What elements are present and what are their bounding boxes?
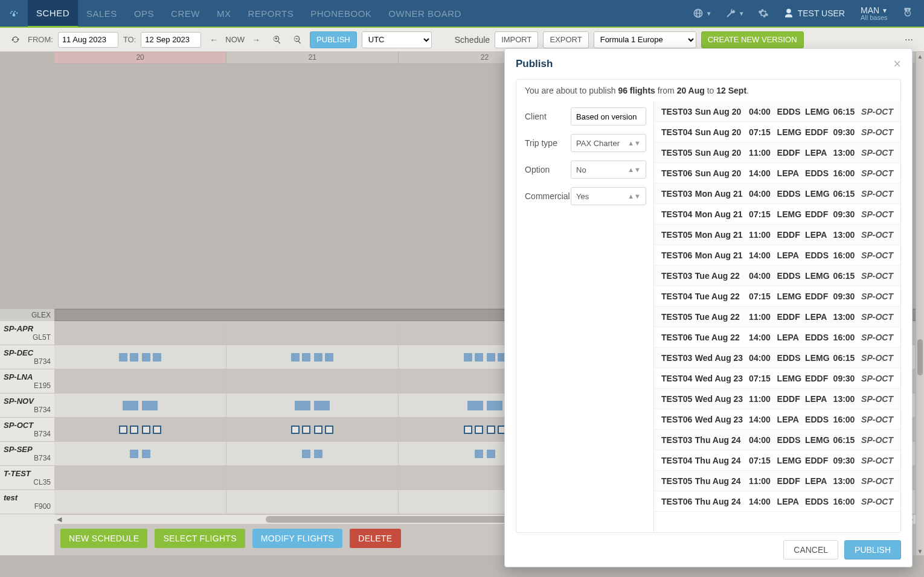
trip-type-select[interactable]: PAX Charter▲▼: [571, 134, 646, 152]
flight-row[interactable]: TEST06Sun Aug 2014:00LEPAEDDS16:00SP-OCT: [654, 163, 900, 183]
delete-button[interactable]: DELETE: [350, 529, 400, 548]
nav-tab-ops[interactable]: OPS: [126, 0, 162, 27]
from-date-input[interactable]: [58, 32, 118, 48]
flight-row[interactable]: TEST03Thu Aug 2404:00EDDSLEMG06:15SP-OCT: [654, 430, 900, 450]
schedule-cell[interactable]: [54, 466, 226, 489]
export-button[interactable]: EXPORT: [543, 31, 588, 48]
aircraft-row-header[interactable]: SP-LNAE195: [0, 369, 54, 394]
settings-icon[interactable]: [753, 4, 774, 22]
user-label: TEST USER: [798, 8, 845, 18]
vertical-scrollbar[interactable]: ▲ ▼: [916, 52, 924, 555]
schedule-cell[interactable]: [226, 490, 399, 514]
import-button[interactable]: IMPORT: [495, 31, 538, 48]
modify-flights-button[interactable]: MODIFY FLIGHTS: [252, 529, 342, 548]
publish-button[interactable]: PUBLISH: [310, 31, 357, 48]
logo-icon[interactable]: [0, 0, 28, 27]
more-menu-icon[interactable]: ⋯: [901, 32, 917, 48]
flight-row[interactable]: TEST05Thu Aug 2411:00EDDFLEPA13:00SP-OCT: [654, 471, 900, 491]
flight-row[interactable]: TEST03Mon Aug 2104:00EDDSLEMG06:15SP-OCT: [654, 183, 900, 204]
zoom-out-icon[interactable]: [289, 32, 305, 48]
refresh-icon[interactable]: [7, 32, 23, 48]
aircraft-row-header[interactable]: SP-NOVB734: [0, 394, 54, 418]
version-select[interactable]: Formula 1 Europe: [594, 31, 696, 48]
option-select[interactable]: No▲▼: [571, 161, 646, 179]
flight-row[interactable]: TEST04Mon Aug 2107:15LEMGEDDF09:30SP-OCT: [654, 204, 900, 225]
nav-tab-owner-board[interactable]: OWNER BOARD: [380, 0, 470, 27]
globe-icon[interactable]: ▼: [688, 4, 717, 22]
flight-row[interactable]: TEST04Tue Aug 2207:15LEMGEDDF09:30SP-OCT: [654, 286, 900, 307]
power-icon[interactable]: [897, 4, 918, 22]
to-date-input[interactable]: [141, 32, 201, 48]
modal-publish-button[interactable]: PUBLISH: [844, 540, 901, 559]
flight-row[interactable]: TEST06Tue Aug 2214:00LEPAEDDS16:00SP-OCT: [654, 327, 900, 348]
flight-row[interactable]: TEST06Wed Aug 2314:00LEPAEDDS16:00SP-OCT: [654, 409, 900, 430]
client-input[interactable]: [571, 107, 646, 126]
schedule-cell[interactable]: [54, 394, 226, 417]
next-arrow-icon[interactable]: →: [248, 32, 264, 48]
flight-list[interactable]: TEST03Sun Aug 2004:00EDDSLEMG06:15SP-OCT…: [654, 101, 900, 532]
schedule-cell[interactable]: [226, 466, 399, 489]
cancel-button[interactable]: CANCEL: [783, 540, 838, 559]
nav-tab-mx[interactable]: MX: [208, 0, 240, 27]
trip-type-label: Trip type: [525, 138, 571, 148]
flight-row[interactable]: TEST04Thu Aug 2407:15LEMGEDDF09:30SP-OCT: [654, 450, 900, 471]
flight-row[interactable]: TEST04Sun Aug 2007:15LEMGEDDF09:30SP-OCT: [654, 122, 900, 142]
schedule-cell[interactable]: [226, 369, 399, 393]
aircraft-row-header[interactable]: SP-OCTB734: [0, 418, 54, 442]
schedule-cell[interactable]: [54, 321, 226, 345]
option-label: Option: [525, 165, 571, 174]
schedule-cell[interactable]: [54, 442, 226, 465]
flight-row[interactable]: TEST03Wed Aug 2304:00EDDSLEMG06:15SP-OCT: [654, 348, 900, 368]
flight-row[interactable]: TEST06Thu Aug 2414:00LEPAEDDS16:00SP-OCT: [654, 491, 900, 512]
wrench-icon[interactable]: ▼: [720, 4, 749, 22]
modal-title: Publish: [516, 58, 553, 70]
main-nav: SCHEDSALESOPSCREWMXREPORTSPHONEBOOKOWNER…: [0, 0, 924, 28]
nav-tab-crew[interactable]: CREW: [162, 0, 208, 27]
aircraft-row-header[interactable]: SP-APRGL5T: [0, 321, 54, 345]
flight-row[interactable]: TEST05Wed Aug 2311:00EDDFLEPA13:00SP-OCT: [654, 389, 900, 409]
schedule-cell[interactable]: [226, 418, 399, 441]
nav-tab-reports[interactable]: REPORTS: [239, 0, 302, 27]
footer-buttons: NEW SCHEDULE SELECT FLIGHTS MODIFY FLIGH…: [60, 529, 401, 548]
schedule-label: Schedule: [455, 35, 490, 45]
aircraft-row-header[interactable]: T-TESTCL35: [0, 466, 54, 490]
schedule-cell[interactable]: [54, 418, 226, 441]
create-version-button[interactable]: CREATE NEW VERSION: [701, 31, 804, 48]
select-flights-button[interactable]: SELECT FLIGHTS: [155, 529, 245, 548]
prev-arrow-icon[interactable]: ←: [206, 32, 222, 48]
user-menu[interactable]: TEST USER: [777, 8, 851, 19]
schedule-cell[interactable]: [54, 369, 226, 393]
schedule-cell[interactable]: [226, 442, 399, 465]
schedule-cell[interactable]: [226, 345, 399, 369]
zoom-in-icon[interactable]: [269, 32, 284, 48]
now-button[interactable]: NOW: [223, 35, 247, 44]
schedule-cell[interactable]: [54, 490, 226, 514]
flight-row[interactable]: TEST06Mon Aug 2114:00LEPAEDDS16:00SP-OCT: [654, 245, 900, 266]
flight-row[interactable]: TEST03Tue Aug 2204:00EDDSLEMG06:15SP-OCT: [654, 266, 900, 286]
commercial-select[interactable]: Yes▲▼: [571, 187, 646, 205]
flight-row[interactable]: TEST05Sun Aug 2011:00EDDFLEPA13:00SP-OCT: [654, 142, 900, 163]
aircraft-row-header[interactable]: SP-SEPB734: [0, 442, 54, 466]
publish-modal: Publish × You are about to publish 96 fl…: [504, 48, 913, 567]
flight-row[interactable]: TEST03Sun Aug 2004:00EDDSLEMG06:15SP-OCT: [654, 101, 900, 122]
close-icon[interactable]: ×: [893, 56, 901, 72]
aircraft-row-header[interactable]: testF900: [0, 490, 54, 514]
flight-row[interactable]: TEST04Wed Aug 2307:15LEMGEDDF09:30SP-OCT: [654, 368, 900, 389]
schedule-cell[interactable]: [226, 394, 399, 417]
aircraft-type-row: GLEX: [0, 309, 54, 321]
nav-tab-sales[interactable]: SALES: [78, 0, 126, 27]
schedule-cell[interactable]: [226, 321, 399, 345]
publish-info-text: You are about to publish 96 flights from…: [516, 79, 901, 101]
day-column-header: 21: [226, 52, 399, 63]
flight-row[interactable]: TEST05Mon Aug 2111:00EDDFLEPA13:00SP-OCT: [654, 225, 900, 245]
aircraft-row-header[interactable]: SP-DECB734: [0, 345, 54, 369]
aircraft-column: GLEX SP-APRGL5TSP-DECB734SP-LNAE195SP-NO…: [0, 52, 54, 555]
flight-row[interactable]: TEST05Tue Aug 2211:00EDDFLEPA13:00SP-OCT: [654, 307, 900, 327]
schedule-cell[interactable]: [54, 345, 226, 369]
timezone-select[interactable]: UTC: [362, 31, 432, 48]
nav-tab-sched[interactable]: SCHED: [28, 0, 78, 28]
nav-tab-phonebook[interactable]: PHONEBOOK: [302, 0, 380, 27]
new-schedule-button[interactable]: NEW SCHEDULE: [60, 529, 147, 548]
base-selector[interactable]: MAN▼ All bases: [855, 5, 894, 21]
client-label: Client: [525, 112, 571, 121]
